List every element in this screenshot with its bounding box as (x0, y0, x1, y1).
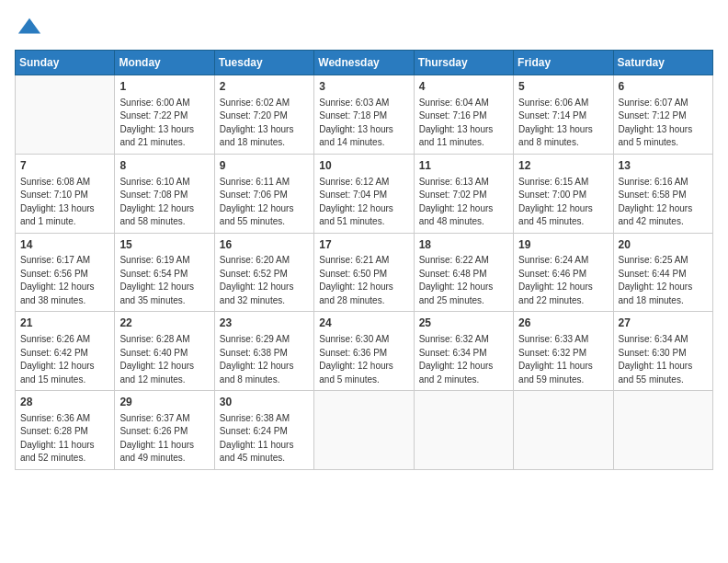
day-info: Sunrise: 6:08 AMSunset: 7:10 PMDaylight:… (20, 176, 109, 229)
day-info: Sunrise: 6:19 AMSunset: 6:54 PMDaylight:… (119, 254, 209, 307)
week-row-4: 28Sunrise: 6:36 AMSunset: 6:28 PMDayligh… (16, 391, 713, 470)
day-number: 28 (20, 395, 109, 410)
calendar-cell: 10Sunrise: 6:12 AMSunset: 7:04 PMDayligh… (314, 154, 414, 233)
calendar-cell (314, 391, 414, 470)
calendar-cell: 13Sunrise: 6:16 AMSunset: 6:58 PMDayligh… (613, 154, 712, 233)
calendar-cell: 19Sunrise: 6:24 AMSunset: 6:46 PMDayligh… (514, 233, 613, 312)
calendar-cell: 4Sunrise: 6:04 AMSunset: 7:16 PMDaylight… (414, 75, 513, 155)
day-info: Sunrise: 6:33 AMSunset: 6:32 PMDaylight:… (518, 333, 608, 386)
calendar-cell: 3Sunrise: 6:03 AMSunset: 7:18 PMDaylight… (314, 75, 414, 155)
logo-icon (17, 15, 42, 40)
day-number: 1 (119, 79, 209, 95)
day-number: 12 (518, 158, 608, 174)
day-info: Sunrise: 6:15 AMSunset: 7:00 PMDaylight:… (518, 176, 608, 229)
day-number: 10 (319, 158, 408, 174)
day-info: Sunrise: 6:32 AMSunset: 6:34 PMDaylight:… (419, 333, 508, 386)
day-info: Sunrise: 6:26 AMSunset: 6:42 PMDaylight:… (20, 333, 109, 386)
calendar-body: 1Sunrise: 6:00 AMSunset: 7:22 PMDaylight… (16, 75, 713, 470)
calendar-cell: 22Sunrise: 6:28 AMSunset: 6:40 PMDayligh… (115, 312, 214, 391)
day-number: 11 (419, 158, 508, 174)
logo (15, 15, 42, 40)
day-number: 15 (119, 237, 209, 253)
calendar-cell: 9Sunrise: 6:11 AMSunset: 7:06 PMDaylight… (214, 154, 313, 233)
calendar-cell: 2Sunrise: 6:02 AMSunset: 7:20 PMDaylight… (214, 75, 313, 155)
day-number: 4 (419, 79, 508, 95)
header-day-tuesday: Tuesday (214, 51, 313, 75)
week-row-2: 14Sunrise: 6:17 AMSunset: 6:56 PMDayligh… (16, 233, 713, 312)
day-number: 2 (220, 79, 309, 95)
calendar-cell: 30Sunrise: 6:38 AMSunset: 6:24 PMDayligh… (214, 391, 313, 470)
header-day-wednesday: Wednesday (314, 51, 414, 75)
day-info: Sunrise: 6:02 AMSunset: 7:20 PMDaylight:… (220, 97, 309, 150)
day-info: Sunrise: 6:07 AMSunset: 7:12 PMDaylight:… (619, 97, 708, 150)
day-number: 3 (319, 79, 408, 95)
calendar-cell: 5Sunrise: 6:06 AMSunset: 7:14 PMDaylight… (514, 75, 613, 155)
calendar-cell: 15Sunrise: 6:19 AMSunset: 6:54 PMDayligh… (115, 233, 214, 312)
day-info: Sunrise: 6:06 AMSunset: 7:14 PMDaylight:… (518, 97, 608, 150)
day-number: 17 (319, 237, 408, 253)
day-number: 24 (319, 316, 408, 331)
week-row-0: 1Sunrise: 6:00 AMSunset: 7:22 PMDaylight… (16, 75, 713, 155)
calendar-cell (16, 75, 115, 155)
day-number: 23 (220, 316, 309, 331)
day-number: 16 (220, 237, 309, 253)
calendar-cell (613, 391, 712, 470)
header-day-sunday: Sunday (16, 51, 115, 75)
calendar-cell: 18Sunrise: 6:22 AMSunset: 6:48 PMDayligh… (414, 233, 513, 312)
day-number: 27 (619, 316, 708, 331)
calendar-cell (514, 391, 613, 470)
calendar-table: SundayMondayTuesdayWednesdayThursdayFrid… (15, 50, 713, 470)
calendar-header: SundayMondayTuesdayWednesdayThursdayFrid… (16, 51, 713, 75)
day-info: Sunrise: 6:10 AMSunset: 7:08 PMDaylight:… (119, 176, 209, 229)
calendar-cell: 7Sunrise: 6:08 AMSunset: 7:10 PMDaylight… (16, 154, 115, 233)
calendar-cell: 16Sunrise: 6:20 AMSunset: 6:52 PMDayligh… (214, 233, 313, 312)
calendar-cell: 24Sunrise: 6:30 AMSunset: 6:36 PMDayligh… (314, 312, 414, 391)
day-info: Sunrise: 6:20 AMSunset: 6:52 PMDaylight:… (220, 254, 309, 307)
day-number: 22 (119, 316, 209, 331)
day-info: Sunrise: 6:25 AMSunset: 6:44 PMDaylight:… (619, 254, 708, 307)
calendar-cell: 21Sunrise: 6:26 AMSunset: 6:42 PMDayligh… (16, 312, 115, 391)
day-info: Sunrise: 6:17 AMSunset: 6:56 PMDaylight:… (20, 254, 109, 307)
calendar-cell: 28Sunrise: 6:36 AMSunset: 6:28 PMDayligh… (16, 391, 115, 470)
calendar-cell: 25Sunrise: 6:32 AMSunset: 6:34 PMDayligh… (414, 312, 513, 391)
day-number: 14 (20, 237, 109, 253)
day-info: Sunrise: 6:37 AMSunset: 6:26 PMDaylight:… (119, 412, 209, 465)
calendar-cell: 12Sunrise: 6:15 AMSunset: 7:00 PMDayligh… (514, 154, 613, 233)
day-info: Sunrise: 6:28 AMSunset: 6:40 PMDaylight:… (119, 333, 209, 386)
calendar-cell: 27Sunrise: 6:34 AMSunset: 6:30 PMDayligh… (613, 312, 712, 391)
day-number: 30 (220, 395, 309, 410)
header-day-monday: Monday (115, 51, 214, 75)
calendar-cell: 17Sunrise: 6:21 AMSunset: 6:50 PMDayligh… (314, 233, 414, 312)
day-number: 18 (419, 237, 508, 253)
calendar-cell: 29Sunrise: 6:37 AMSunset: 6:26 PMDayligh… (115, 391, 214, 470)
day-info: Sunrise: 6:00 AMSunset: 7:22 PMDaylight:… (119, 97, 209, 150)
day-number: 5 (518, 79, 608, 95)
day-info: Sunrise: 6:24 AMSunset: 6:46 PMDaylight:… (518, 254, 608, 307)
day-number: 7 (20, 158, 109, 174)
header-day-saturday: Saturday (613, 51, 712, 75)
day-info: Sunrise: 6:21 AMSunset: 6:50 PMDaylight:… (319, 254, 408, 307)
week-row-3: 21Sunrise: 6:26 AMSunset: 6:42 PMDayligh… (16, 312, 713, 391)
day-number: 25 (419, 316, 508, 331)
day-number: 8 (119, 158, 209, 174)
day-number: 6 (619, 79, 708, 95)
header-row: SundayMondayTuesdayWednesdayThursdayFrid… (16, 51, 713, 75)
day-number: 13 (619, 158, 708, 174)
day-info: Sunrise: 6:16 AMSunset: 6:58 PMDaylight:… (619, 176, 708, 229)
day-number: 20 (619, 237, 708, 253)
day-info: Sunrise: 6:38 AMSunset: 6:24 PMDaylight:… (220, 412, 309, 465)
header-day-friday: Friday (514, 51, 613, 75)
calendar-cell: 6Sunrise: 6:07 AMSunset: 7:12 PMDaylight… (613, 75, 712, 155)
day-info: Sunrise: 6:03 AMSunset: 7:18 PMDaylight:… (319, 97, 408, 150)
day-info: Sunrise: 6:30 AMSunset: 6:36 PMDaylight:… (319, 333, 408, 386)
page-header (15, 15, 713, 40)
svg-marker-0 (18, 18, 40, 34)
day-info: Sunrise: 6:34 AMSunset: 6:30 PMDaylight:… (619, 333, 708, 386)
calendar-cell: 23Sunrise: 6:29 AMSunset: 6:38 PMDayligh… (214, 312, 313, 391)
day-info: Sunrise: 6:36 AMSunset: 6:28 PMDaylight:… (20, 412, 109, 465)
header-day-thursday: Thursday (414, 51, 513, 75)
calendar-cell: 14Sunrise: 6:17 AMSunset: 6:56 PMDayligh… (16, 233, 115, 312)
day-number: 21 (20, 316, 109, 331)
calendar-cell: 20Sunrise: 6:25 AMSunset: 6:44 PMDayligh… (613, 233, 712, 312)
day-info: Sunrise: 6:11 AMSunset: 7:06 PMDaylight:… (220, 176, 309, 229)
